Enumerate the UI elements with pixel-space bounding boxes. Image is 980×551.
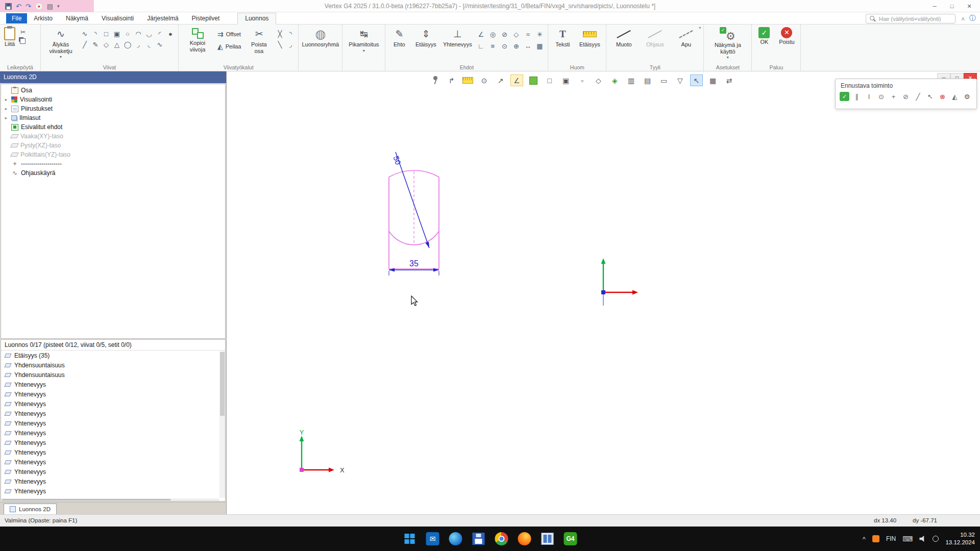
grid-icon[interactable]: ▦ bbox=[706, 74, 719, 86]
arc-top-icon[interactable]: ◠ bbox=[133, 29, 143, 39]
tree-item-layers[interactable]: ▸Ilmiasut bbox=[1, 113, 225, 122]
angle-icon[interactable]: ∠ bbox=[475, 29, 486, 40]
constraint-row[interactable]: Yhdensuuntaisuus bbox=[1, 360, 225, 370]
symmetry-icon[interactable]: ◇ bbox=[510, 29, 522, 40]
swap-icon[interactable]: ⇄ bbox=[723, 74, 736, 86]
language-indicator[interactable]: FIN bbox=[886, 535, 896, 542]
constraint-row[interactable]: Yhtenevyys bbox=[1, 447, 225, 457]
arc-left-icon[interactable]: ◜ bbox=[155, 29, 165, 39]
copy-icon[interactable] bbox=[20, 38, 26, 44]
constraint-row[interactable]: Yhtenevyys bbox=[1, 409, 225, 418]
circle-snap-icon[interactable]: ⊙ bbox=[876, 92, 886, 101]
copy-lines-button[interactable]: Kopioi viivoja bbox=[181, 26, 214, 54]
fillet-icon[interactable]: ◝ bbox=[285, 29, 296, 39]
layers-icon[interactable]: ▤ bbox=[641, 74, 654, 86]
circle-icon[interactable]: ○ bbox=[122, 29, 133, 39]
chrome-app-icon[interactable] bbox=[495, 532, 509, 546]
firefox-app-icon[interactable] bbox=[518, 532, 532, 546]
menu-visualisointi[interactable]: Visualisointi bbox=[95, 13, 140, 24]
redo-icon[interactable]: ↷ bbox=[26, 3, 31, 10]
drawing-canvas[interactable]: 35 50 Y X ↱⊙↗∠□▣▫◇◈▥▤▭▽↖▦⇄ ─ □ ✕ E bbox=[227, 71, 980, 514]
fix-icon[interactable]: ✳ bbox=[534, 29, 545, 40]
rectangle-filled-icon[interactable]: ▣ bbox=[559, 74, 572, 86]
tree-item-axis[interactable]: +-------------------- bbox=[1, 159, 225, 168]
constraint-row[interactable]: Yhtenevyys bbox=[1, 399, 225, 409]
info-icon[interactable]: ⓘ bbox=[969, 12, 976, 24]
iso-box-snap-icon[interactable]: ◈ bbox=[608, 74, 621, 86]
sketch-group-button[interactable]: ◍ Luonnosryhmä bbox=[300, 26, 340, 49]
speaker-icon[interactable] bbox=[919, 536, 926, 542]
clock[interactable]: 10.32 13.12.2024 bbox=[945, 531, 975, 546]
filled-shape-icon[interactable]: ● bbox=[165, 29, 176, 39]
snap-direction-icon[interactable]: ↗ bbox=[494, 74, 507, 86]
collapse-ribbon-icon[interactable]: ˄ bbox=[962, 12, 965, 24]
tree-item-plane[interactable]: Pysty(XZ)-taso bbox=[1, 141, 225, 150]
columns-icon[interactable]: ▥ bbox=[625, 74, 638, 86]
smart-chain-button[interactable]: ∿ Älykäs viivaketju ▾ bbox=[43, 26, 78, 60]
scrollbar-thumb[interactable] bbox=[2, 499, 170, 500]
perpendicular-icon[interactable]: ∟ bbox=[475, 40, 486, 52]
tree-item-visual[interactable]: ▸Visualisointi bbox=[1, 95, 225, 104]
constraint-button[interactable]: ✎ Ehto bbox=[388, 26, 410, 49]
horizontal-icon[interactable]: ↔ bbox=[522, 40, 533, 52]
maximize-button[interactable]: □ bbox=[943, 0, 961, 12]
pin-icon[interactable] bbox=[429, 74, 442, 86]
grid-lock-icon[interactable]: ▦ bbox=[534, 40, 545, 52]
record-icon[interactable]: ● bbox=[35, 3, 43, 10]
chevron-down-icon[interactable]: ▾ bbox=[699, 26, 701, 30]
expand-arrow-icon[interactable]: ▸ bbox=[4, 106, 9, 111]
stop-icon[interactable]: ⊗ bbox=[938, 92, 947, 101]
vertex-g4-app-icon[interactable]: G4 bbox=[564, 532, 578, 546]
width-dimension-value[interactable]: 35 bbox=[409, 259, 419, 268]
quick-dimension-button[interactable]: ↹ Pikamitoitus ▾ bbox=[347, 26, 380, 54]
snap-angle-icon[interactable]: ∠ bbox=[510, 74, 523, 86]
polygon-icon[interactable]: ◇ bbox=[101, 39, 111, 49]
tab-luonnos[interactable]: Luonnos bbox=[237, 13, 276, 24]
file-menu-button[interactable]: File bbox=[6, 13, 27, 23]
tree-item-plane[interactable]: Poikittais(YZ)-taso bbox=[1, 150, 225, 159]
menu-pistepilvet[interactable]: Pistepilvet bbox=[185, 13, 227, 24]
constraint-row[interactable]: Etäisyys (35) bbox=[1, 350, 225, 360]
vertical-scrollbar[interactable] bbox=[219, 351, 225, 498]
arc-point-icon[interactable]: ◝ bbox=[90, 29, 101, 39]
filter-icon[interactable]: ▽ bbox=[674, 74, 687, 86]
settings-gear-icon[interactable]: ⚙ bbox=[962, 92, 972, 101]
extend-icon[interactable]: ╲ bbox=[275, 39, 285, 49]
outlook-app-icon[interactable]: ✉ bbox=[426, 532, 440, 546]
ellipse-icon[interactable]: ◯ bbox=[122, 39, 133, 49]
ruler-icon[interactable] bbox=[461, 74, 474, 86]
arc-sw-icon[interactable]: ◟ bbox=[144, 39, 154, 49]
exit-button[interactable]: ✕ Poistu bbox=[776, 26, 798, 46]
save-app-icon[interactable] bbox=[472, 532, 486, 546]
no-constraint-icon[interactable]: ⊘ bbox=[901, 92, 911, 101]
dimension-note-button[interactable]: Etäisyys bbox=[576, 26, 603, 49]
constraint-row[interactable]: Yhtenevyys bbox=[1, 457, 225, 467]
snap-point-icon[interactable]: ⊙ bbox=[478, 74, 491, 86]
pointer-icon[interactable]: ↖ bbox=[925, 92, 935, 101]
edge-app-icon[interactable] bbox=[449, 532, 463, 546]
window-app-icon[interactable] bbox=[541, 532, 555, 546]
fill-color-icon[interactable] bbox=[527, 74, 540, 86]
snap-endpoint-icon[interactable]: ↱ bbox=[445, 74, 458, 86]
tree-item-curve[interactable]: ∿Ohjauskäyrä bbox=[1, 168, 225, 178]
constraint-row[interactable]: Yhdensuuntaisuus bbox=[1, 370, 225, 380]
distance-constraint-button[interactable]: ⇕ Etäisyys bbox=[412, 26, 439, 49]
text-button[interactable]: T Teksti bbox=[551, 26, 574, 49]
ok-button[interactable]: ✓ OK bbox=[754, 26, 774, 46]
menu-arkisto[interactable]: Arkisto bbox=[27, 13, 59, 24]
network-icon[interactable] bbox=[933, 536, 939, 542]
auto-accept-icon[interactable]: ✓ bbox=[840, 92, 849, 101]
constraint-row[interactable]: Yhtenevyys bbox=[1, 438, 225, 447]
equal-icon[interactable]: ≡ bbox=[487, 40, 498, 52]
offset-button[interactable]: ⇉ Offset bbox=[215, 29, 243, 39]
tangent-icon[interactable]: ⊙ bbox=[499, 40, 510, 52]
diameter-icon[interactable]: ⊘ bbox=[499, 29, 510, 40]
constraint-row[interactable]: Yhtenevyys bbox=[1, 477, 225, 486]
tree-item-conditions[interactable]: Esivalitut ehdot bbox=[1, 122, 225, 132]
constraint-row[interactable]: Yhtenevyys bbox=[1, 486, 225, 496]
scrollbar-thumb[interactable] bbox=[220, 352, 225, 416]
constraint-row[interactable]: Yhtenevyys bbox=[1, 380, 225, 389]
close-button[interactable]: ✕ bbox=[961, 0, 978, 12]
freehand-icon[interactable]: ✎ bbox=[90, 39, 101, 49]
tree-item-plane[interactable]: Vaaka(XY)-taso bbox=[1, 132, 225, 141]
